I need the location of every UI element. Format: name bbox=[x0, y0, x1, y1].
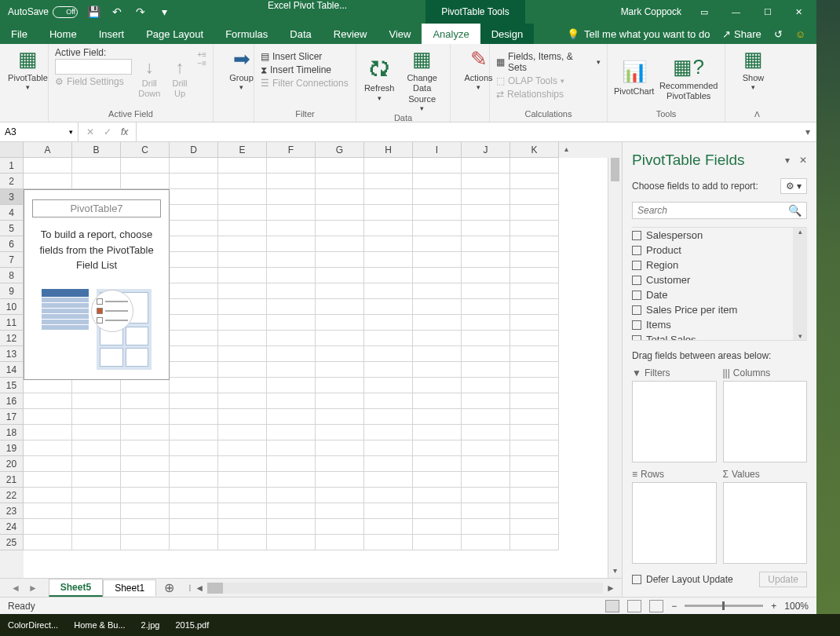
cell[interactable] bbox=[462, 425, 510, 440]
cell[interactable] bbox=[170, 299, 218, 315]
vertical-scrollbar[interactable]: ▾ bbox=[608, 158, 622, 578]
cell[interactable] bbox=[316, 519, 364, 535]
cell[interactable] bbox=[462, 158, 510, 174]
cell[interactable] bbox=[72, 174, 121, 189]
row-header[interactable]: 17 bbox=[0, 409, 24, 425]
field-checkbox[interactable] bbox=[632, 305, 641, 315]
cell[interactable] bbox=[364, 409, 413, 425]
cell[interactable] bbox=[121, 503, 170, 519]
cell[interactable] bbox=[24, 425, 72, 440]
field-checkbox[interactable] bbox=[632, 335, 641, 342]
fx-icon[interactable]: fx bbox=[121, 126, 128, 137]
cell[interactable] bbox=[364, 174, 413, 189]
cell[interactable] bbox=[462, 189, 510, 205]
tab-view[interactable]: View bbox=[378, 24, 422, 44]
cell[interactable] bbox=[24, 503, 72, 519]
cell[interactable] bbox=[121, 519, 170, 535]
col-header[interactable]: E bbox=[218, 142, 267, 158]
cell[interactable] bbox=[413, 346, 462, 362]
col-header[interactable]: K bbox=[510, 142, 559, 158]
row-header[interactable]: 24 bbox=[0, 519, 24, 535]
cell[interactable] bbox=[267, 283, 316, 299]
row-header[interactable]: 7 bbox=[0, 252, 24, 268]
cell[interactable] bbox=[267, 425, 316, 440]
fields-search-input[interactable] bbox=[637, 205, 788, 216]
cell[interactable] bbox=[510, 205, 559, 221]
row-header[interactable]: 21 bbox=[0, 472, 24, 488]
cell[interactable] bbox=[364, 331, 413, 346]
cell[interactable] bbox=[316, 378, 364, 393]
cell[interactable] bbox=[267, 158, 316, 174]
add-sheet-button[interactable]: ⊕ bbox=[156, 580, 182, 595]
cell[interactable] bbox=[413, 268, 462, 283]
close-icon[interactable]: ✕ bbox=[791, 7, 807, 17]
cell[interactable] bbox=[24, 158, 72, 174]
field-item[interactable]: Sales Price per item bbox=[632, 302, 807, 317]
cell[interactable] bbox=[364, 346, 413, 362]
cell[interactable] bbox=[316, 393, 364, 409]
cell[interactable] bbox=[462, 393, 510, 409]
cell[interactable] bbox=[170, 378, 218, 393]
row-header[interactable]: 16 bbox=[0, 393, 24, 409]
cell[interactable] bbox=[510, 158, 559, 174]
cell[interactable] bbox=[462, 205, 510, 221]
cell[interactable] bbox=[72, 456, 121, 472]
fields-close-icon[interactable]: ✕ bbox=[799, 155, 807, 166]
cell[interactable] bbox=[72, 425, 121, 440]
cell[interactable] bbox=[316, 205, 364, 221]
cell[interactable] bbox=[364, 252, 413, 268]
ribbon-display-icon[interactable]: ▭ bbox=[696, 7, 713, 17]
col-header[interactable]: J bbox=[462, 142, 510, 158]
field-item[interactable]: Items bbox=[632, 317, 807, 332]
tab-formulas[interactable]: Formulas bbox=[214, 24, 279, 44]
cell[interactable] bbox=[510, 331, 559, 346]
cell[interactable] bbox=[316, 346, 364, 362]
cell[interactable] bbox=[170, 283, 218, 299]
pivottable-button[interactable]: ▦ PivotTable ▾ bbox=[6, 47, 49, 92]
cell[interactable] bbox=[364, 440, 413, 456]
field-checkbox[interactable] bbox=[632, 320, 641, 330]
cell[interactable] bbox=[267, 472, 316, 488]
cell[interactable] bbox=[413, 456, 462, 472]
col-header[interactable]: H bbox=[364, 142, 413, 158]
cell[interactable] bbox=[218, 519, 267, 535]
cell[interactable] bbox=[218, 283, 267, 299]
cell[interactable] bbox=[267, 252, 316, 268]
cell[interactable] bbox=[510, 189, 559, 205]
cell[interactable] bbox=[218, 346, 267, 362]
cell[interactable] bbox=[316, 221, 364, 236]
cell[interactable] bbox=[462, 472, 510, 488]
col-header[interactable]: F bbox=[267, 142, 316, 158]
row-header[interactable]: 25 bbox=[0, 535, 24, 550]
cell[interactable] bbox=[267, 378, 316, 393]
cell[interactable] bbox=[170, 174, 218, 189]
cell[interactable] bbox=[510, 283, 559, 299]
cell[interactable] bbox=[218, 456, 267, 472]
tab-design[interactable]: Design bbox=[480, 24, 534, 44]
recommended-pivottables-button[interactable]: ▦? Recommended PivotTables bbox=[659, 47, 718, 109]
cell[interactable] bbox=[267, 519, 316, 535]
formula-expand-icon[interactable]: ▾ bbox=[799, 126, 816, 137]
tab-nav-prev-icon[interactable]: ◄ bbox=[11, 583, 20, 594]
row-header[interactable]: 11 bbox=[0, 315, 24, 331]
cell[interactable] bbox=[316, 440, 364, 456]
pivottable-placeholder[interactable]: PivotTable7 To build a report, choose fi… bbox=[24, 189, 170, 380]
cell[interactable] bbox=[510, 221, 559, 236]
cell[interactable] bbox=[267, 315, 316, 331]
cell[interactable] bbox=[510, 409, 559, 425]
cell[interactable] bbox=[364, 503, 413, 519]
cell[interactable] bbox=[510, 299, 559, 315]
cell[interactable] bbox=[121, 393, 170, 409]
zoom-in-icon[interactable]: + bbox=[771, 601, 776, 612]
maximize-icon[interactable]: ☐ bbox=[759, 7, 776, 17]
cell[interactable] bbox=[364, 189, 413, 205]
zoom-out-icon[interactable]: − bbox=[671, 601, 677, 612]
cell[interactable] bbox=[364, 158, 413, 174]
page-layout-view-icon[interactable] bbox=[627, 600, 641, 612]
cell[interactable] bbox=[121, 409, 170, 425]
zoom-level[interactable]: 100% bbox=[784, 601, 809, 612]
cell[interactable] bbox=[316, 189, 364, 205]
row-header[interactable]: 12 bbox=[0, 331, 24, 346]
cell[interactable] bbox=[218, 378, 267, 393]
cell[interactable] bbox=[462, 519, 510, 535]
